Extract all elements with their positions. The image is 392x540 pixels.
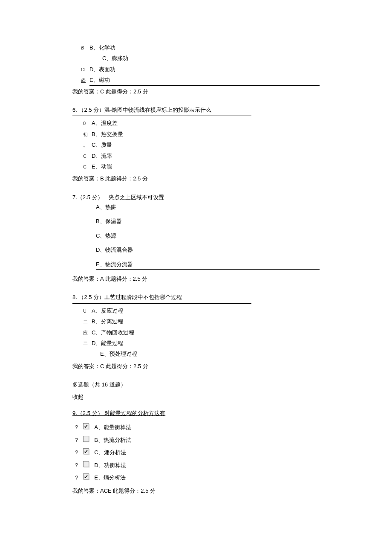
option-line: 二 B、分离过程 <box>83 316 320 326</box>
question-options: U A、反应过程 二 B、分离过程 应 C、产物回收过程 二 D、能量过程 E、… <box>72 306 320 359</box>
question-8-block: 8. （2.5 分）工艺过程阶段中不包括哪个过程 U A、反应过程 二 B、分离… <box>72 292 320 371</box>
option-prefix: 0 <box>83 119 92 128</box>
option-line: 应 C、产物回收过程 <box>83 328 320 337</box>
section-title: 多选题（共 16 道题） <box>72 380 320 389</box>
option-prefix: B <box>81 44 89 52</box>
checkbox-cell <box>81 421 92 433</box>
option-line: E、预处理过程 <box>83 349 320 359</box>
my-answer: 我的答案：B 此题得分：2.5 分 <box>72 174 320 183</box>
option-line: B、保温器 <box>96 216 320 226</box>
option-label: D、功衡算法 <box>92 459 177 471</box>
checkbox-checked-icon[interactable] <box>83 473 89 479</box>
question-9-options-table: ? A、能量衡算法 ? B、热流分析法 ? C、㶲分析法 ? D、功衡算法 ? … <box>72 421 177 484</box>
option-row: ? D、功衡算法 <box>72 459 177 471</box>
option-prefix: 二 <box>83 318 92 326</box>
row-marker: ? <box>72 434 81 446</box>
option-text: C、产物回收过程 <box>92 328 320 337</box>
option-line: C E、动能 <box>83 162 320 171</box>
row-marker: ? <box>72 446 81 459</box>
option-row: ? E、熵分析法 <box>72 471 177 484</box>
option-text: C、质量 <box>92 140 320 150</box>
option-text: E、磁功 <box>89 75 320 85</box>
row-marker: ? <box>72 459 81 471</box>
option-label: E、熵分析法 <box>92 471 177 484</box>
option-line: D、物流混合器 <box>96 245 320 255</box>
question-options: A、热阱 B、保温器 C、热源 D、物流混合器 E、物流分流器 <box>72 202 320 270</box>
option-line: 二 D、能量过程 <box>83 338 320 348</box>
checkbox-cell <box>81 434 92 446</box>
question-9-block: 9.（2.5 分） 对能量过程的分析方法有 ? A、能量衡算法 ? B、热流分析… <box>72 408 320 496</box>
option-prefix: 二 <box>83 340 92 348</box>
option-line: @ E、磁功 <box>81 75 320 85</box>
checkbox-cell <box>81 459 92 471</box>
option-text: E、物流分流器 <box>96 259 320 270</box>
option-prefix: 。 <box>83 141 92 150</box>
option-prefix: C <box>83 163 92 171</box>
option-line: 初 B、热交换量 <box>83 129 320 139</box>
option-prefix: @ <box>81 76 89 85</box>
option-text: B、分离过程 <box>92 316 320 326</box>
option-prefix: Cl <box>81 66 89 74</box>
option-text: D、能量过程 <box>92 338 320 348</box>
question-header: 9.（2.5 分） 对能量过程的分析方法有 <box>72 408 251 419</box>
question-header: 7.（2.5 分） 夹点之上区域不可设置 <box>72 192 320 202</box>
option-text: D、流率 <box>92 151 320 161</box>
option-prefix: U <box>83 307 92 316</box>
partial-options: B B、化学功 C、膨胀功 Cl D、表面功 @ E、磁功 <box>72 43 320 86</box>
option-row: ? A、能量衡算法 <box>72 421 177 433</box>
checkbox-cell <box>81 471 92 484</box>
my-answer: 我的答案：C 此题得分：2.5 分 <box>72 361 320 371</box>
option-line: 。 C、质量 <box>83 140 320 150</box>
option-line: Cl D、表面功 <box>81 64 320 74</box>
row-marker: ? <box>72 471 81 484</box>
option-text: E、预处理过程 <box>100 349 320 359</box>
option-label: A、能量衡算法 <box>92 421 177 433</box>
question-options: 0 A、温度差 初 B、热交换量 。 C、质量 C D、流率 C E、动能 <box>72 118 320 171</box>
option-text: B、化学功 <box>89 43 320 52</box>
option-text: A、反应过程 <box>92 306 320 316</box>
question-7-block: 7.（2.5 分） 夹点之上区域不可设置 A、热阱 B、保温器 C、热源 D、物… <box>72 192 320 284</box>
option-text: D、物流混合器 <box>96 245 320 255</box>
checkbox-checked-icon[interactable] <box>83 423 89 429</box>
option-text: C、膨胀功 <box>102 53 320 63</box>
checkbox-unchecked-icon[interactable] <box>83 436 89 442</box>
option-line: B B、化学功 <box>81 43 320 52</box>
option-line: C、膨胀功 <box>81 53 320 63</box>
my-answer: 我的答案：ACE 此题得分：2.5 分 <box>72 486 320 496</box>
option-row: ? B、热流分析法 <box>72 434 177 446</box>
partial-question-block: B B、化学功 C、膨胀功 Cl D、表面功 @ E、磁功 我的答案：C 此题得… <box>72 43 320 96</box>
question-6-block: 6. （2.5 分）温-焓图中物流线在横座标上的投影表示什么 0 A、温度差 初… <box>72 105 320 184</box>
checkbox-cell <box>81 446 92 459</box>
question-header: 8. （2.5 分）工艺过程阶段中不包括哪个过程 <box>72 292 251 303</box>
option-line: U A、反应过程 <box>83 306 320 316</box>
option-text: C、热源 <box>96 231 320 241</box>
section-collapse-toggle[interactable]: 收起 <box>72 392 320 402</box>
checkbox-unchecked-icon[interactable] <box>83 461 89 467</box>
option-text: D、表面功 <box>89 64 320 74</box>
row-marker: ? <box>72 421 81 433</box>
option-label: C、㶲分析法 <box>92 446 177 459</box>
option-line: C、热源 <box>96 231 320 241</box>
question-header: 6. （2.5 分）温-焓图中物流线在横座标上的投影表示什么 <box>72 105 251 116</box>
option-prefix: 初 <box>83 131 92 139</box>
my-answer: 我的答案：C 此题得分：2.5 分 <box>72 87 320 96</box>
option-text: E、动能 <box>92 162 320 171</box>
option-label: B、热流分析法 <box>92 434 177 446</box>
option-line: E、物流分流器 <box>96 259 320 270</box>
option-row: ? C、㶲分析法 <box>72 446 177 459</box>
option-text: A、热阱 <box>96 202 320 212</box>
option-prefix: 应 <box>83 329 92 337</box>
checkbox-checked-icon[interactable] <box>83 448 89 454</box>
option-prefix: C <box>83 152 92 161</box>
option-line: A、热阱 <box>96 202 320 212</box>
option-text: B、保温器 <box>96 216 320 226</box>
option-text: B、热交换量 <box>92 129 320 139</box>
my-answer: 我的答案：A 此题得分：2.5 分 <box>72 274 320 284</box>
option-line: 0 A、温度差 <box>83 118 320 128</box>
option-line: C D、流率 <box>83 151 320 161</box>
option-text: A、温度差 <box>92 118 320 128</box>
